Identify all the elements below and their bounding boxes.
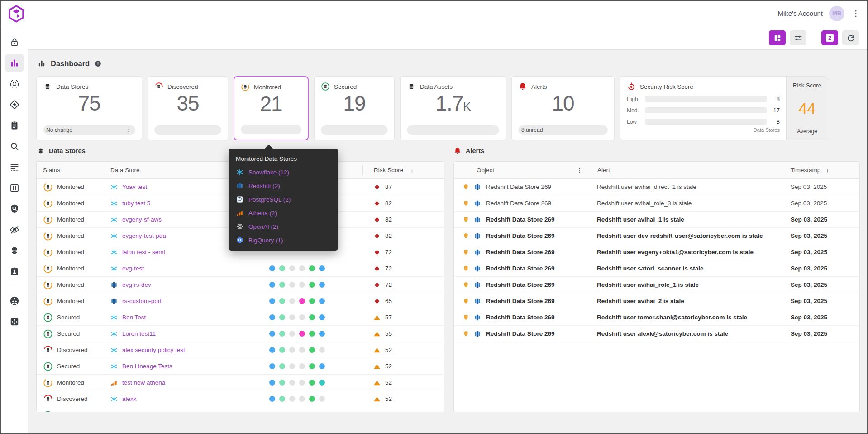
sidebar-item-puzzle[interactable] (5, 313, 24, 331)
datastore-link[interactable]: lalon test - semi (122, 249, 165, 256)
sensitive-data-dot (299, 314, 305, 320)
sidebar-item-clipboard[interactable] (5, 116, 24, 135)
sensitive-data-dot (279, 363, 285, 369)
db-monitored-icon (43, 198, 53, 208)
sidebar-item-database[interactable] (5, 241, 24, 260)
datastore-link[interactable]: tuby test 5 (122, 200, 150, 207)
datastore-row[interactable]: Monitoredtest new athena52 (37, 375, 444, 391)
info-icon[interactable] (94, 60, 102, 68)
status-cell: Secured (37, 329, 105, 339)
sidebar-item-user-pie[interactable] (5, 292, 24, 310)
column-header-alert[interactable]: Alert (590, 165, 791, 175)
alert-row[interactable]: Redshift Data Store 269Redshift user avi… (454, 179, 859, 195)
datastore-row[interactable]: Monitoredevg-rs-dev72 (37, 277, 444, 293)
tooltip-link[interactable]: OpenAI (2) (248, 223, 278, 230)
alert-timestamp-cell: Sep 03, 2025 (791, 200, 859, 207)
datastore-row[interactable]: Monitoredevg-test72 (37, 260, 444, 277)
stat-card-alerts[interactable]: Alerts108 unread (511, 76, 615, 140)
sidebar-item-eye-off[interactable] (5, 221, 24, 239)
datastore-row[interactable]: Secured (37, 407, 444, 412)
account-menu-button[interactable] (851, 8, 861, 19)
datastore-link[interactable]: Ben Test (122, 314, 146, 321)
alert-timestamp-cell: Sep 03, 2025 (791, 232, 859, 239)
datastore-link[interactable]: Ben Lineage Tests (122, 363, 172, 370)
tooltip-link[interactable]: Athena (2) (248, 210, 277, 217)
sensitive-data-dot (309, 380, 315, 386)
stat-card-footer (407, 125, 499, 135)
sidebar-item-dashboard[interactable] (5, 54, 24, 72)
refresh-button[interactable] (842, 30, 859, 45)
panel-2-button[interactable]: 2 (821, 30, 838, 45)
alert-row[interactable]: Redshift Data Store 269Redshift user sat… (454, 260, 859, 277)
column-header-risk-score[interactable]: Risk Score ↓ (362, 165, 444, 175)
alert-row[interactable]: Redshift Data Store 269Redshift user avi… (454, 195, 859, 212)
alert-row[interactable]: Redshift Data Store 269Redshift user tom… (454, 309, 859, 326)
alert-row[interactable]: Redshift Data Store 269Redshift user evg… (454, 244, 859, 260)
sort-updown-icon[interactable] (125, 127, 132, 134)
risk-bar-track (645, 119, 767, 125)
stat-card-data-stores[interactable]: Data Stores75No change (36, 76, 142, 140)
stat-card-secured[interactable]: Secured19 (314, 76, 395, 140)
tooltip-link[interactable]: PostgreSQL (2) (248, 196, 291, 203)
alert-text-cell: Redshift user avihai_2 is stale (590, 293, 791, 309)
tooltip-link[interactable]: BigQuery (1) (248, 237, 283, 244)
alert-row[interactable]: Redshift Data Store 269Redshift user ale… (454, 326, 859, 342)
sensitive-data-dot (299, 363, 305, 369)
sidebar-item-navigate-diamond[interactable] (5, 96, 24, 114)
datastore-link[interactable]: Yoav test (122, 183, 147, 190)
dashboard-icon (37, 59, 46, 68)
datastore-link[interactable]: evgeny-sf-aws (122, 216, 162, 223)
datastore-row[interactable]: Discoveredalexk52 (37, 391, 444, 407)
sensitive-data-dot (309, 396, 315, 402)
risk-bar-high: High8 (627, 96, 780, 102)
column-header-object[interactable]: Object (454, 165, 590, 175)
sidebar-item-id-badge[interactable] (5, 262, 24, 280)
datastore-row[interactable]: Discoveredalex security policy test52 (37, 342, 444, 358)
alert-object-name: Redshift Data Store 269 (486, 281, 555, 288)
sidebar-item-lock[interactable] (5, 33, 24, 51)
security-risk-score-card[interactable]: Security Risk Score High8Med.17Low8 Data… (620, 76, 828, 140)
datastore-link[interactable]: Loren test11 (122, 330, 156, 337)
sidebar-item-list-rows[interactable] (5, 158, 24, 176)
column-header-status[interactable]: Status (37, 165, 105, 175)
alert-row[interactable]: Redshift Data Store 269Redshift user avi… (454, 293, 859, 309)
stat-card-discovered[interactable]: Discovered35 (148, 76, 228, 140)
datastore-row[interactable]: SecuredBen Test57 (37, 309, 444, 326)
datastore-row[interactable]: SecuredBen Lineage Tests52 (37, 358, 444, 375)
datastore-row[interactable]: Monitoredrs-custom-port65 (37, 293, 444, 309)
tooltip-link[interactable]: Snowflake (12) (248, 169, 289, 176)
stat-card-data-assets[interactable]: Data Assets1.7K (400, 76, 506, 140)
layout-button[interactable] (769, 30, 786, 45)
alert-text-cell: Redshift user avihai_role_3 is stale (590, 195, 791, 211)
alert-row[interactable]: Redshift Data Store 269Redshift user avi… (454, 277, 859, 293)
sidebar-item-grid-square[interactable] (5, 179, 24, 197)
datastore-link[interactable]: evg-rs-dev (122, 281, 151, 288)
column-header-timestamp[interactable]: Timestamp ↓ (791, 165, 859, 175)
sidebar-item-face-scan[interactable] (5, 75, 24, 93)
datastore-row[interactable]: SecuredLoren test1155 (37, 326, 444, 342)
datastore-link[interactable]: rs-custom-port (122, 298, 162, 304)
stat-card-header: Data Stores (43, 82, 135, 91)
column-menu-icon[interactable] (576, 167, 583, 174)
datastore-link[interactable]: alexk (122, 395, 137, 402)
datastore-link[interactable]: alex security policy test (122, 347, 185, 353)
alert-text-cell: Redshift user evgeny+okta1@satoricyber.c… (590, 244, 791, 260)
stat-card-value: 1.7K (407, 92, 499, 115)
datastore-link[interactable]: test new athena (122, 379, 165, 386)
tooltip-link[interactable]: Redshift (2) (248, 183, 280, 189)
tooltip-items: Snowflake (12)Redshift (2)PostgreSQL (2)… (236, 168, 331, 244)
risk-score-cell: 55 (362, 326, 444, 342)
athena-icon (110, 379, 118, 387)
alert-row[interactable]: Redshift Data Store 269Redshift user avi… (454, 212, 859, 228)
avatar[interactable]: MB (829, 6, 844, 21)
sidebar-item-shield-search[interactable] (5, 200, 24, 218)
sliders-button[interactable] (790, 30, 806, 45)
alert-row[interactable]: Redshift Data Store 269Redshift user dev… (454, 228, 859, 244)
risk-med-icon (373, 347, 381, 354)
datastore-link[interactable]: evgeny-test-pda (122, 232, 166, 239)
stat-card-monitored[interactable]: Monitored21 (234, 76, 309, 140)
redshift-icon (473, 281, 482, 289)
alert-object-cell: Redshift Data Store 269 (454, 297, 590, 305)
sidebar-item-search[interactable] (5, 137, 24, 155)
datastore-link[interactable]: evg-test (122, 265, 144, 272)
